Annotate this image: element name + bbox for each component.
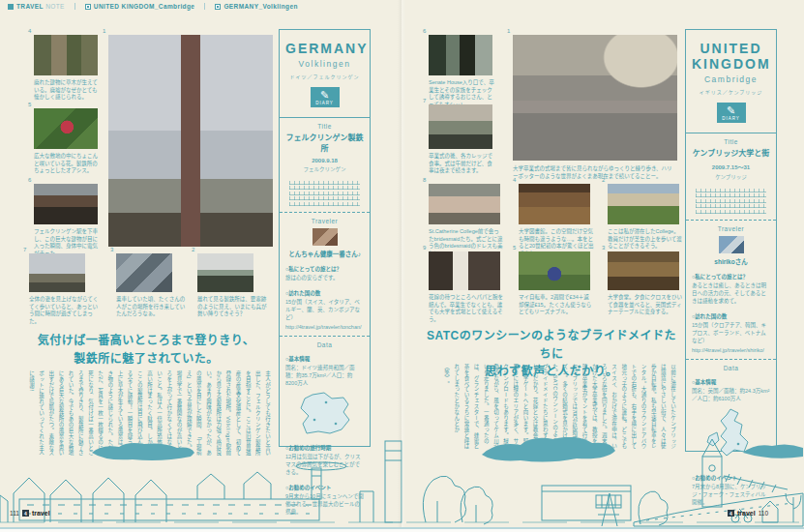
right-page-footer: 4 travel 110 [728, 510, 768, 517]
fortravel-logo-icon: 4 [22, 510, 29, 517]
country-subtitle-jp: イギリス／ケンブリッジ [692, 88, 770, 95]
manuscript-grid [289, 179, 360, 206]
magazine-spread: TRAVEL NOTE UNITED KINGDOM_Cambridge GER… [0, 0, 804, 532]
germany-map [295, 391, 355, 437]
photo-number: 7 [423, 98, 426, 103]
photo-number: 5 [513, 245, 516, 251]
tab-germany: GERMANY_Volklingen [204, 3, 307, 10]
title-label: Title [285, 123, 364, 130]
photo-number: 2 [602, 177, 605, 183]
photo-graduates-walking [429, 104, 492, 149]
tab-label: GERMANY_Volklingen [223, 3, 297, 10]
brand-note: NOTE [45, 3, 65, 10]
diary-label: DIARY [717, 116, 746, 121]
photo-caption: 大学食堂。夕食にクロスをひいて食器を並べると、英国式ディナーテーブルに変身する。 [608, 294, 683, 316]
photo-number: 2 [192, 247, 194, 252]
basic-info-label: ○基本情報 [285, 355, 364, 363]
photo-caption: 卒業式の後、各カレッジで食事。式は午前だけど、食事は夜まで続きます。 [429, 153, 496, 175]
photo-number: 9 [423, 245, 426, 251]
photo-main-graduation-street [513, 35, 677, 161]
country-name: UNITED KINGDOM [692, 41, 770, 72]
photo-caption: マイ自転車。2週間で£34＋返却保証£15。たくさん使うならとてもリーズナブル。 [519, 294, 594, 316]
data-label: Data [285, 341, 364, 348]
photo-caption: ここは私が滞在したCollege。教員だけが芝生の上を歩いて渡ることができるそう… [608, 228, 683, 251]
basic-info-label: ○基本情報 [692, 378, 770, 386]
tab-united-kingdom: UNITED KINGDOM_Cambridge [74, 3, 205, 10]
answer-1: あるときは癒し、あるときは明日への活力の元、そしてあるときは感動を求めて。 [692, 282, 770, 306]
brand-travel: TRAVEL [16, 3, 44, 10]
germany-traveler-section: Traveler とんちゃん健康一番さん♪ ○私にとっての旅とは？ 旅は心の安ら… [280, 212, 370, 336]
answer-2: 15か国（クロアチア、韓国、キプロス、ポーランド、ベトナムなど） [692, 322, 770, 345]
uk-traveler-section: Traveler shirikoさん ○私にとっての旅とは？ あるときは癒し、あ… [686, 220, 776, 359]
manuscript-grid [696, 187, 766, 214]
uk-info-column: UNITED KINGDOM Cambridge イギリス／ケンブリッジ ✎ D… [685, 29, 777, 452]
tab-label: UNITED KINGDOM_Cambridge [94, 3, 195, 10]
photo-number: 3 [110, 247, 113, 252]
photo-caption: 全体の姿を見上げながらてくてく歩いていると、あっという間に時間が過ぎてしまった。 [29, 296, 103, 326]
photo-caption: 乗車していた頃、たくさんの人がこの場所を行き来していたんだろうなぁ。 [116, 296, 190, 318]
photo-bridesmaids [429, 184, 500, 224]
city-name: Volklingen [285, 59, 364, 69]
uk-title-section: Title ケンブリッジ大学と街 2009.7.15～31 ケンブリッジ [686, 133, 776, 220]
photo-red-flower [34, 108, 98, 149]
answer-1: 旅は心の安らぎです。 [285, 275, 364, 282]
photo-pipes-walkway [116, 253, 172, 292]
photo-caption: 離れて見る製鉄所は、要塞跡のように見え、いまにも兵が舞い降りてきそう？ [197, 296, 271, 318]
page-number: 111 [10, 510, 19, 517]
germany-headline: 気付けば一番高いところまで登りきり、 製鉄所に魅了されていた。 [19, 332, 273, 368]
left-page-footer: 111 4 travel [10, 510, 50, 517]
photo-ironworks-silhouette [197, 253, 253, 292]
country-subtitle-jp: ドイツ／フェルクリンゲン [285, 73, 364, 79]
outline-square-icon [85, 4, 91, 10]
traveler-url: http://4travel.jp/traveler/shiriko/ [692, 347, 770, 353]
photo-number: 1 [507, 28, 510, 34]
city-name: Cambridge [692, 74, 770, 84]
basic-info-text: 国名：ドイツ連邦共和国／面積：約35.7万km²／人口：約8200万人 [285, 365, 364, 388]
uk-info-header: UNITED KINGDOM Cambridge イギリス／ケンブリッジ ✎ D… [686, 30, 776, 133]
header-bar: TRAVEL NOTE UNITED KINGDOM_Cambridge GER… [8, 3, 308, 10]
photo-number: 6 [423, 28, 426, 34]
photo-college-courtyard [608, 184, 679, 224]
photo-ironworks-structure [34, 184, 98, 224]
question-1: ○私にとっての旅とは？ [692, 273, 770, 281]
diary-badge: ✎ DIARY [717, 103, 746, 123]
diary-title: ケンブリッジ大学と街 [692, 149, 770, 160]
headline-line2: 製鉄所に魅了されていた。 [74, 352, 219, 366]
diary-date: 2009.9.18 [285, 158, 364, 163]
diary-badge: ✎ DIARY [311, 87, 340, 107]
diary-label: DIARY [311, 101, 340, 105]
photo-number: 4 [28, 28, 31, 34]
pencil-icon: ✎ [717, 104, 746, 116]
traveler-name: shirikoさん [692, 256, 770, 266]
basic-info-text: 国名：英国／面積：約24.3万km²／人口：約6100万人 [692, 388, 770, 403]
photo-bride-and-father [429, 251, 500, 290]
country-name: GERMANY [285, 41, 364, 56]
traveler-name: とんちゃん健康一番さん♪ [285, 249, 364, 258]
answer-2: 15か国（スイス、イタリア、ベルギー、蘭、英、カンボジアなど） [285, 299, 364, 322]
outline-square-icon [215, 4, 221, 10]
photo-number: 5 [28, 102, 31, 107]
photo-library-interior [519, 184, 590, 224]
traveler-label: Traveler [285, 218, 364, 224]
photo-main-chimney [108, 35, 273, 247]
photo-number: 7 [23, 247, 26, 252]
page-fold [398, 0, 405, 532]
diary-place: フェルクリンゲン [285, 165, 364, 173]
question-2: ○訪れた国の数 [285, 289, 364, 297]
photo-bicycle [519, 251, 590, 290]
diary-title: フェルクリンゲン製鉄所 [285, 133, 364, 155]
photo-number: 8 [423, 177, 426, 183]
germany-title-section: Title フェルクリンゲン製鉄所 2009.9.18 フェルクリンゲン [280, 117, 370, 212]
travel-note-label: TRAVEL NOTE [8, 3, 74, 10]
traveler-avatar [313, 228, 338, 246]
germany-info-column: GERMANY Volklingen ドイツ／フェルクリンゲン ✎ DIARY … [279, 29, 371, 447]
title-label: Title [692, 138, 770, 145]
photo-ruined-building [34, 35, 98, 75]
photo-number: 3 [602, 245, 605, 251]
photo-senate-house-gate [429, 35, 492, 75]
photo-factory-view [29, 253, 85, 292]
photo-caption: 広大な敷地の中にちょこんと咲いている花。製鉄所のちょっとしたオアシス。 [34, 153, 102, 175]
photo-number: 4 [513, 177, 516, 183]
germany-info-header: GERMANY Volklingen ドイツ／フェルクリンゲン ✎ DIARY [280, 30, 370, 117]
photo-dining-hall [608, 251, 679, 290]
